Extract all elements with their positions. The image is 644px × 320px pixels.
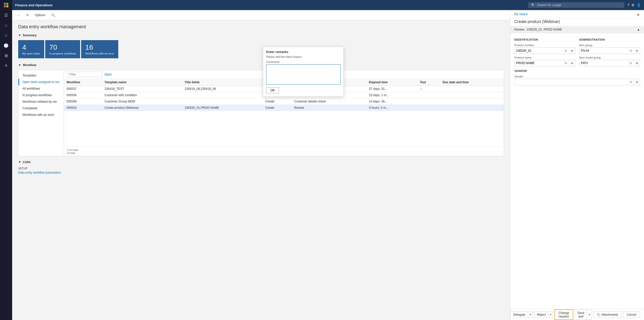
remarks-dialog-title: Enter remarks	[266, 50, 340, 54]
search-bar[interactable]: 🔍	[528, 2, 624, 8]
nav-star[interactable]: ☆	[0, 30, 12, 40]
workflow-header[interactable]: ▼ Workflow	[18, 63, 504, 67]
remarks-ok-button[interactable]: OK	[266, 87, 279, 93]
attachments-button[interactable]: 📎 Attachments	[593, 311, 622, 318]
nav-all-workflows[interactable]: All workflows	[18, 85, 64, 92]
svg-rect-0	[4, 3, 6, 5]
remarks-comments-textarea[interactable]	[266, 64, 340, 85]
table-row[interactable]: 000599 Customer Group MDM Create Custome…	[64, 98, 504, 104]
product-number-input[interactable]	[515, 48, 563, 54]
vendor-title: VENDOR	[514, 69, 640, 72]
delegate-dropdown-button[interactable]: ▾	[528, 312, 533, 318]
nav-modules[interactable]: ⊞	[0, 50, 12, 61]
product-name-input[interactable]	[515, 60, 563, 66]
settings-icon[interactable]: ⚙	[631, 3, 635, 7]
summary-card-open-tasks[interactable]: 4 My open tasks	[18, 40, 44, 58]
nav-hamburger[interactable]: ☰	[0, 10, 12, 20]
workflow-label: Workflow	[23, 63, 36, 67]
item-model-group-delete-icon[interactable]: ⊗	[634, 60, 640, 66]
reject-button[interactable]: Reject	[535, 312, 548, 318]
delegate-button-split: Delegate ▾	[510, 311, 533, 318]
cell-test	[417, 92, 440, 98]
table-row[interactable]: 000619 Create product (Webinar) 230526_0…	[64, 104, 504, 111]
review-label: Review : 230526_01, PROD NAME	[514, 28, 562, 31]
in-progress-number: 70	[49, 43, 76, 52]
workflow-section: Templates Open tasks assigned to me All …	[18, 70, 504, 156]
nav-with-error[interactable]: Workflows with an error	[18, 112, 64, 118]
back-button[interactable]: ←	[15, 12, 22, 18]
identification-administration-row: IDENTIFICATION Product number ⊙ ⊗ Produc…	[514, 37, 640, 66]
save-and-button[interactable]: Save and	[575, 310, 587, 319]
review-expand-icon[interactable]: ▲	[637, 28, 640, 31]
nav-recent[interactable]: 🕐	[0, 40, 12, 50]
nav-completed[interactable]: Completed	[18, 105, 64, 112]
vendor-input[interactable]	[515, 79, 628, 85]
user-icon[interactable]: 👤	[637, 3, 641, 7]
page-title: Data entry workflow management	[18, 24, 504, 30]
save-and-dropdown-button[interactable]: ▾	[587, 310, 591, 319]
refresh-button[interactable]: ↻	[24, 12, 31, 18]
help-icon[interactable]: ?	[627, 3, 629, 7]
summary-card-with-error[interactable]: 16 Workflows with an error	[81, 40, 118, 58]
nav-home[interactable]: ⌂	[0, 20, 12, 30]
product-name-clear-icon[interactable]: ⊙	[563, 60, 569, 66]
summary-cards: 4 My open tasks 70 In progress workflows…	[18, 40, 504, 58]
item-model-group-input[interactable]	[580, 60, 628, 66]
product-number-clear-icon[interactable]: ⊙	[563, 48, 569, 54]
product-number-label: Product number	[514, 44, 575, 47]
summary-label: Summary	[23, 34, 37, 37]
in-progress-label: In progress workflows	[49, 52, 76, 55]
col-workflow: Workflow	[64, 79, 102, 86]
filter-input[interactable]	[67, 72, 102, 77]
cell-title-fields: 230418_08,230418_08	[182, 86, 263, 92]
item-group-delete-icon[interactable]: ⊗	[634, 48, 640, 54]
delegate-button[interactable]: Delegate	[511, 312, 528, 318]
table-footer: # of rows 4 rows	[64, 147, 504, 156]
save-and-button-split: Save and ▾	[575, 310, 592, 320]
item-group-input[interactable]	[580, 48, 628, 54]
nav-open-tasks[interactable]: Open tasks assigned to me	[18, 79, 64, 85]
administration-title: ADMINISTRATION	[579, 38, 640, 41]
cancel-button[interactable]: Cancel	[623, 311, 640, 318]
with-error-number: 16	[85, 43, 114, 52]
remarks-dialog-subtitle: Please add the reject reason.	[266, 55, 340, 58]
nav-initiated-by-me[interactable]: Workflows initiated by me	[18, 98, 64, 105]
change-request-button[interactable]: Change request	[555, 309, 573, 320]
my-view-button[interactable]: My view ▾	[514, 12, 527, 16]
col-test: Test	[417, 79, 440, 86]
data-entry-workflow-params-link[interactable]: Data entry workflow parameters	[18, 171, 61, 174]
item-group-group: Item group ⊙ ⊗	[579, 44, 640, 54]
item-model-group-clear-icon[interactable]: ⊙	[628, 60, 634, 66]
open-button[interactable]: Open	[104, 73, 112, 76]
side-navigation: ☰ ⌂ ☆ 🕐 ⊞ ≡	[0, 0, 12, 320]
search-input[interactable]	[537, 3, 621, 7]
nav-templates[interactable]: Templates	[18, 72, 64, 79]
nav-workspace[interactable]: ≡	[0, 61, 12, 71]
product-number-lookup-icon[interactable]: ⊗	[569, 48, 575, 54]
vendor-clear-icon[interactable]: ⊙	[628, 79, 634, 85]
options-button[interactable]: Options	[33, 12, 47, 18]
search-button[interactable]: 🔍	[49, 12, 57, 18]
summary-header[interactable]: ▼ Summary	[18, 34, 504, 37]
summary-card-in-progress[interactable]: 70 In progress workflows	[45, 40, 80, 58]
panel-collapse-button[interactable]: ▲	[636, 12, 640, 16]
item-group-clear-icon[interactable]: ⊙	[628, 48, 634, 54]
links-toggle-icon: ▼	[18, 160, 21, 164]
vendor-group: Vendor ⊙ ⊗	[514, 75, 640, 85]
open-tasks-label: My open tasks	[22, 52, 40, 55]
product-name-lookup-icon[interactable]: ⊗	[569, 60, 575, 66]
product-number-input-wrap: ⊙ ⊗	[514, 47, 575, 54]
links-label: Links	[23, 160, 31, 164]
nav-in-progress[interactable]: In progress workflows	[18, 92, 64, 98]
product-name-input-wrap: ⊙ ⊗	[514, 60, 575, 66]
vendor-delete-icon[interactable]: ⊗	[634, 79, 640, 85]
panel-content: IDENTIFICATION Product number ⊙ ⊗ Produc…	[510, 33, 644, 309]
open-tasks-number: 4	[22, 43, 40, 52]
rows-count: 4 rows	[67, 151, 501, 154]
product-name-group: Product name ⊙ ⊗	[514, 56, 575, 66]
cell-type: Create	[263, 98, 292, 104]
links-header[interactable]: ▼ Links	[18, 160, 504, 164]
workflow-toggle-icon: ▼	[18, 63, 21, 67]
reject-dropdown-button[interactable]: ▾	[548, 312, 553, 318]
vendor-label: Vendor	[514, 75, 640, 78]
